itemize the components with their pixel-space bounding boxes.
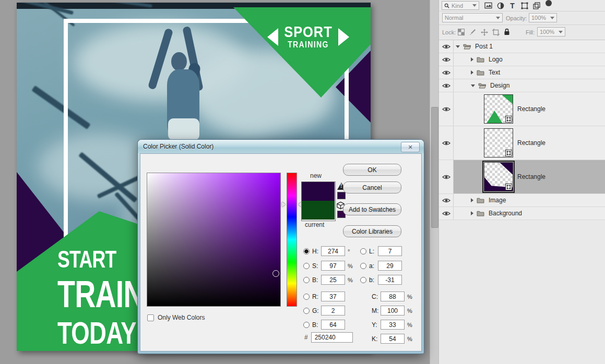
layer-row-main[interactable]: Design — [454, 79, 605, 92]
chevron-collapsed-icon[interactable] — [471, 57, 473, 62]
layer-row-main[interactable]: Logo — [454, 53, 605, 66]
color-field[interactable] — [147, 173, 281, 307]
layer-row-main[interactable]: Text — [454, 66, 605, 79]
layer-row-main[interactable]: Background — [454, 207, 605, 220]
lock-position-move-icon[interactable] — [480, 28, 489, 37]
hsb-input[interactable]: 25 — [321, 275, 345, 285]
only-web-colors-checkbox[interactable] — [147, 314, 154, 321]
hsb-radio[interactable] — [303, 263, 310, 269]
layer-row-rectangle[interactable]: Rectangle — [439, 92, 605, 126]
lab-radio[interactable] — [360, 263, 366, 269]
filter-fill-layers-icon[interactable] — [544, 0, 553, 7]
eye-icon[interactable] — [442, 44, 450, 50]
lab-radio[interactable] — [360, 248, 366, 254]
hsb-radio[interactable] — [303, 277, 310, 283]
layer-name: Background — [489, 210, 522, 217]
rgb-radio[interactable] — [303, 294, 310, 300]
layer-row-main[interactable]: Post 1 — [454, 40, 605, 53]
cmyk-input[interactable]: 88 — [381, 292, 405, 301]
filter-pixel-layers-icon[interactable] — [484, 1, 493, 10]
gamut-swatch[interactable] — [337, 192, 346, 199]
field-label: S: — [312, 262, 321, 270]
lock-artboard-icon[interactable] — [491, 28, 500, 37]
rgb-row-r: R:37 — [303, 291, 345, 302]
layer-row-post-1[interactable]: Post 1 — [439, 40, 605, 53]
filter-shape-layers-icon[interactable] — [520, 1, 529, 10]
rgb-input[interactable]: 37 — [321, 292, 345, 301]
ok-button[interactable]: OK — [343, 164, 401, 176]
lock-all-icon[interactable] — [502, 27, 511, 36]
chevron-collapsed-icon[interactable] — [471, 70, 473, 75]
eye-icon[interactable] — [442, 70, 450, 76]
layer-thumbnail[interactable] — [484, 94, 513, 124]
rgb-radio[interactable] — [303, 322, 310, 328]
layer-row-main[interactable]: Image — [454, 194, 605, 207]
layer-row-image[interactable]: Image — [439, 194, 605, 207]
eye-icon[interactable] — [442, 57, 450, 63]
chevron-collapsed-icon[interactable] — [471, 198, 473, 202]
layer-filter-search[interactable]: Kind — [442, 1, 479, 10]
eye-icon[interactable] — [442, 140, 450, 146]
filter-smart-objects-icon[interactable] — [532, 1, 541, 10]
dialog-titlebar[interactable]: Color Picker (Solid Color) — [138, 140, 424, 153]
vector-mask-badge-icon[interactable] — [505, 116, 512, 123]
lab-input[interactable]: 7 — [378, 246, 402, 256]
cmyk-input[interactable]: 54 — [381, 334, 405, 344]
layer-row-logo[interactable]: Logo — [439, 53, 605, 66]
field-label: G: — [312, 307, 321, 314]
cmyk-input[interactable]: 100 — [381, 306, 405, 316]
layer-thumbnail[interactable] — [484, 128, 513, 157]
vector-mask-badge-icon[interactable] — [505, 150, 512, 156]
lab-input[interactable]: -31 — [378, 275, 402, 285]
layer-row-main[interactable]: Rectangle — [454, 160, 605, 193]
logo-left-arrow-icon — [267, 28, 278, 46]
chevron-collapsed-icon[interactable] — [471, 211, 473, 215]
eye-icon[interactable] — [442, 198, 450, 203]
layer-row-rectangle[interactable]: Rectangle — [439, 126, 605, 160]
canvas-vertical-scrollbar[interactable] — [430, 0, 438, 364]
rgb-radio[interactable] — [303, 308, 310, 314]
filter-adjustment-layers-icon[interactable] — [496, 1, 505, 10]
lock-transparency-icon[interactable] — [457, 28, 466, 37]
hsb-input[interactable]: 97 — [321, 261, 345, 271]
hex-input[interactable]: 250240 — [311, 332, 353, 343]
fill-dropdown[interactable]: 100% — [537, 27, 565, 37]
layer-row-rectangle[interactable]: Rectangle — [439, 160, 605, 194]
layer-thumbnail[interactable] — [484, 162, 513, 191]
vector-mask-badge-icon[interactable] — [505, 184, 512, 190]
rgb-input[interactable]: 64 — [321, 320, 345, 330]
layer-row-main[interactable]: Rectangle — [454, 126, 605, 160]
eye-icon[interactable] — [442, 106, 450, 112]
layer-row-text[interactable]: Text — [439, 66, 605, 79]
lock-pixels-brush-icon[interactable] — [468, 28, 477, 37]
eye-icon[interactable] — [442, 211, 450, 216]
layer-name: Rectangle — [517, 139, 545, 147]
layer-row-design[interactable]: Design — [439, 79, 605, 92]
canvas-scrollbar-thumb[interactable] — [431, 107, 438, 228]
color-field-cursor[interactable] — [272, 270, 279, 277]
rgb-row-b: B:64 — [303, 319, 345, 330]
chevron-expanded-icon[interactable] — [456, 45, 460, 48]
field-suffix: % — [348, 263, 353, 269]
lab-radio[interactable] — [360, 277, 366, 283]
chevron-expanded-icon[interactable] — [471, 84, 475, 87]
filter-type-layers-icon[interactable]: T — [508, 1, 517, 10]
layer-row-main[interactable]: Rectangle — [454, 92, 605, 126]
hsb-input[interactable]: 274 — [321, 246, 345, 256]
eye-icon[interactable] — [442, 174, 450, 180]
cancel-button[interactable]: Cancel — [343, 181, 401, 193]
rgb-input[interactable]: 2 — [321, 306, 345, 316]
blend-mode-dropdown[interactable]: Normal — [442, 13, 503, 22]
hsb-radio[interactable] — [303, 248, 310, 254]
hue-slider[interactable] — [287, 173, 297, 307]
close-icon[interactable]: ✕ — [401, 142, 420, 152]
cmyk-input[interactable]: 33 — [381, 320, 405, 330]
eye-icon[interactable] — [442, 83, 450, 89]
color-libraries-button[interactable]: Color Libraries — [343, 225, 401, 237]
hue-slider-marker-left[interactable] — [282, 202, 286, 207]
layer-row-background[interactable]: Background — [439, 207, 605, 220]
logo-line1: SPORT — [284, 25, 332, 40]
lab-input[interactable]: 29 — [378, 261, 402, 271]
add-to-swatches-button[interactable]: Add to Swatches — [343, 203, 401, 215]
opacity-dropdown[interactable]: 100% — [529, 13, 557, 22]
